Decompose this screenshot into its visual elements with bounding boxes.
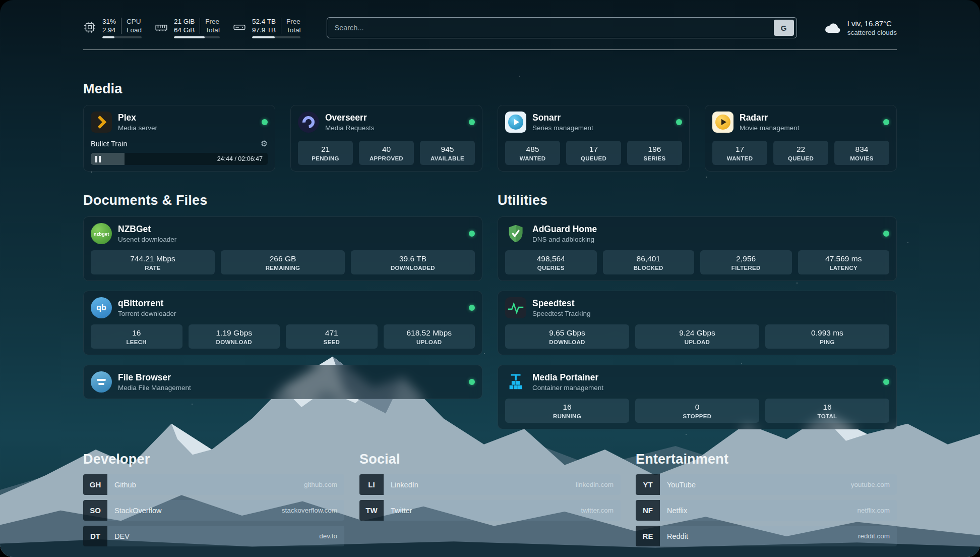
- playback-seekbar[interactable]: 24:44 / 02:06:47: [91, 153, 268, 165]
- disk-progress-fill: [252, 36, 275, 38]
- sonarr-icon: [505, 112, 526, 133]
- plex-card[interactable]: Plex Media server Bullet Train ⚙ 24:44 /…: [83, 105, 275, 172]
- bookmark-name: StackOverflow: [114, 507, 161, 515]
- divider: [281, 18, 281, 34]
- speedtest-card[interactable]: Speedtest Speedtest Tracking 9.65 GbpsDO…: [498, 291, 897, 355]
- utilities-column: Utilities AdGuard Home: [498, 193, 897, 429]
- portainer-icon: [505, 371, 526, 393]
- bookmark-stackoverflow[interactable]: SO StackOverflow stackoverflow.com: [83, 500, 344, 521]
- disk-total-label: Total: [286, 26, 301, 34]
- stat-approved: 40APPROVED: [359, 141, 414, 165]
- bookmark-abbr: SO: [83, 500, 107, 521]
- cpu-load: 2.94: [102, 26, 116, 34]
- weather-condition: scattered clouds: [847, 29, 897, 36]
- stat-download: 1.19 GbpsDOWNLOAD: [189, 324, 280, 349]
- weather-location: Lviv, 16.87°C: [847, 19, 897, 28]
- search-engine-button[interactable]: G: [774, 20, 794, 36]
- bookmark-url: twitter.com: [581, 507, 614, 514]
- app-subtitle: Media File Management: [118, 384, 191, 392]
- settings-gear-icon[interactable]: ⚙: [261, 139, 268, 148]
- bookmark-name: LinkedIn: [391, 481, 418, 489]
- stat-filtered: 2,956FILTERED: [700, 250, 792, 274]
- status-online-dot: [469, 231, 475, 237]
- cpu-percent: 31%: [102, 18, 116, 25]
- app-subtitle: Torrent downloader: [118, 310, 176, 317]
- bookmark-abbr: TW: [359, 500, 384, 521]
- entertainment-bookmarks: Entertainment YT YouTube youtube.com NF …: [636, 452, 897, 546]
- app-subtitle: Usenet downloader: [118, 236, 176, 243]
- bookmark-url: dev.to: [319, 532, 337, 540]
- status-online-dot: [883, 379, 889, 385]
- stat-rate: 744.21 MbpsRATE: [91, 250, 215, 274]
- social-bookmarks: Social LI LinkedIn linkedin.com TW Twitt…: [359, 452, 621, 521]
- memory-total-label: Total: [205, 26, 220, 34]
- media-section: Media Plex Media server: [83, 81, 897, 172]
- bookmark-abbr: GH: [83, 474, 107, 495]
- disk-total: 97.9 TB: [252, 26, 276, 34]
- playback-time: 24:44 / 02:06:47: [217, 155, 268, 162]
- disk-icon: [233, 21, 246, 34]
- bookmark-twitter[interactable]: TW Twitter twitter.com: [359, 500, 621, 521]
- bookmark-url: reddit.com: [858, 532, 890, 540]
- app-subtitle: Series management: [532, 124, 593, 132]
- memory-progress-track: [174, 36, 220, 38]
- utilities-section-title: Utilities: [498, 193, 897, 208]
- radarr-card[interactable]: Radarr Movie management 17WANTED 22QUEUE…: [705, 105, 897, 172]
- bookmark-linkedin[interactable]: LI LinkedIn linkedin.com: [359, 474, 621, 495]
- bookmark-name: YouTube: [667, 481, 696, 489]
- cpu-label: CPU: [127, 18, 142, 25]
- adguard-shield-icon: [505, 223, 526, 244]
- bookmark-dev[interactable]: DT DEV dev.to: [83, 526, 344, 546]
- app-subtitle: Movie management: [740, 124, 800, 132]
- bookmark-reddit[interactable]: RE Reddit reddit.com: [636, 526, 897, 546]
- nzbget-card[interactable]: nzbget NZBGet Usenet downloader 744.21 M…: [83, 216, 482, 281]
- bookmark-abbr: YT: [636, 474, 660, 495]
- disk-free-label: Free: [286, 18, 301, 25]
- developer-section-title: Developer: [83, 452, 344, 467]
- memory-progress-fill: [174, 36, 205, 38]
- status-online-dot: [883, 231, 889, 237]
- app-name: AdGuard Home: [532, 224, 597, 235]
- pause-button[interactable]: [91, 156, 105, 162]
- search-input[interactable]: [334, 24, 773, 32]
- qbittorrent-card[interactable]: qb qBittorrent Torrent downloader 16LEEC…: [83, 291, 482, 355]
- sonarr-card[interactable]: Sonarr Series management 485WANTED 17QUE…: [498, 105, 690, 172]
- app-subtitle: Container management: [532, 384, 603, 392]
- bookmark-github[interactable]: GH Github github.com: [83, 474, 344, 495]
- bookmark-url: linkedin.com: [576, 481, 614, 488]
- bookmark-name: Twitter: [391, 507, 412, 515]
- bookmark-name: Netflix: [667, 507, 687, 515]
- adguard-card[interactable]: AdGuard Home DNS and adblocking 498,564Q…: [498, 216, 897, 281]
- stat-running: 16RUNNING: [505, 399, 629, 423]
- bookmark-url: netflix.com: [857, 507, 890, 514]
- status-online-dot: [469, 305, 475, 311]
- stat-ping: 0.993 msPING: [765, 324, 889, 349]
- stat-upload: 9.24 GbpsUPLOAD: [635, 324, 759, 349]
- bookmark-abbr: DT: [83, 526, 107, 546]
- divider: [121, 18, 121, 34]
- memory-total: 64 GiB: [174, 26, 195, 34]
- portainer-card[interactable]: Media Portainer Container management 16R…: [498, 365, 897, 429]
- app-subtitle: Speedtest Tracking: [532, 310, 591, 317]
- weather-widget: Lviv, 16.87°C scattered clouds: [823, 19, 897, 36]
- entertainment-section-title: Entertainment: [636, 452, 897, 467]
- speedtest-icon: [505, 297, 526, 318]
- search-bar[interactable]: G: [327, 17, 797, 38]
- documents-column: Documents & Files nzbget NZBGet Usenet d…: [83, 193, 482, 399]
- divider: [200, 18, 200, 34]
- stat-leech: 16LEECH: [91, 324, 182, 349]
- radarr-icon: [712, 112, 733, 133]
- bookmark-name: DEV: [114, 532, 130, 540]
- status-online-dot: [469, 119, 475, 125]
- stat-queries: 498,564QUERIES: [505, 250, 597, 274]
- bookmark-netflix[interactable]: NF Netflix netflix.com: [636, 500, 897, 521]
- stat-downloaded: 39.6 TBDOWNLOADED: [351, 250, 475, 274]
- stat-upload: 618.52 MbpsUPLOAD: [384, 324, 475, 349]
- qbittorrent-icon: qb: [91, 297, 112, 318]
- stat-pending: 21PENDING: [298, 141, 353, 165]
- overseerr-card[interactable]: Overseerr Media Requests 21PENDING 40APP…: [290, 105, 482, 172]
- bookmark-abbr: NF: [636, 500, 660, 521]
- bookmark-youtube[interactable]: YT YouTube youtube.com: [636, 474, 897, 495]
- stat-download: 9.65 GbpsDOWNLOAD: [505, 324, 629, 349]
- filebrowser-card[interactable]: File Browser Media File Management: [83, 365, 482, 399]
